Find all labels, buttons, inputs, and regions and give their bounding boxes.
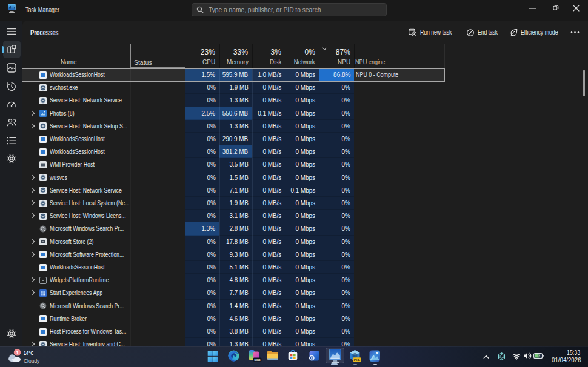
svg-text:M365: M365 — [254, 359, 261, 362]
svg-text:1: 1 — [16, 350, 19, 355]
svg-text:PRE: PRE — [354, 357, 361, 361]
